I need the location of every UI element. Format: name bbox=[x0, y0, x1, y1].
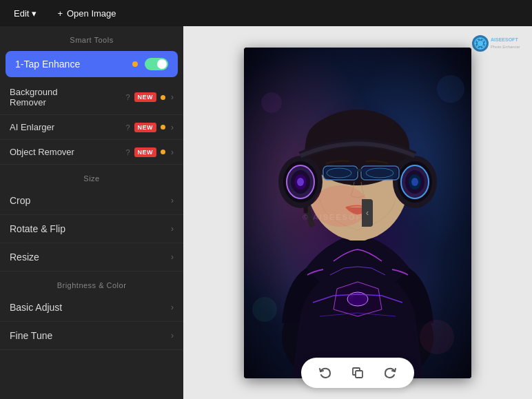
object-remover-label: Object Remover bbox=[10, 147, 125, 157]
svg-rect-43 bbox=[362, 167, 398, 178]
basic-adjust-label: Basic Adjust bbox=[10, 302, 171, 313]
open-image-button[interactable]: + Open Image bbox=[50, 6, 123, 21]
ai-enlarger-dot bbox=[161, 125, 165, 130]
fine-tune-item[interactable]: Fine Tune › bbox=[0, 322, 183, 350]
svg-point-47 bbox=[261, 92, 282, 113]
svg-point-48 bbox=[437, 75, 464, 103]
svg-point-49 bbox=[420, 320, 454, 354]
enhance-toggle[interactable] bbox=[145, 58, 168, 70]
edit-menu[interactable]: Edit ▾ bbox=[8, 6, 42, 21]
svg-point-8 bbox=[480, 48, 482, 50]
fine-tune-chevron: › bbox=[171, 331, 174, 340]
svg-text:Photo Enhancer: Photo Enhancer bbox=[491, 45, 520, 49]
ai-enlarger-label: AI Enlarger bbox=[10, 122, 125, 132]
one-tap-enhance-item[interactable]: 1-Tap Enhance bbox=[6, 51, 178, 77]
crop-label: Crop bbox=[10, 195, 171, 206]
basic-adjust-chevron: › bbox=[171, 303, 174, 312]
rotate-flip-item[interactable]: Rotate & Flip › bbox=[0, 215, 183, 243]
crop-chevron: › bbox=[171, 196, 174, 205]
basic-adjust-item[interactable]: Basic Adjust › bbox=[0, 294, 183, 322]
svg-point-36 bbox=[411, 178, 418, 186]
main-image: © AISEESOFT bbox=[244, 48, 471, 378]
svg-point-2 bbox=[478, 41, 483, 46]
bg-remover-chevron: › bbox=[171, 92, 174, 102]
bg-remover-label: BackgroundRemover bbox=[10, 87, 125, 108]
main-layout: Smart Tools 1-Tap Enhance BackgroundRemo… bbox=[0, 26, 532, 399]
svg-point-50 bbox=[252, 297, 277, 322]
undo-button[interactable] bbox=[315, 363, 334, 382]
topbar: Edit ▾ + Open Image bbox=[0, 0, 532, 26]
size-label: Size bbox=[0, 165, 183, 187]
bottom-toolbar bbox=[301, 358, 414, 388]
rotate-flip-label: Rotate & Flip bbox=[10, 223, 171, 234]
object-remover-help-icon[interactable]: ? bbox=[125, 148, 130, 156]
svg-point-4 bbox=[482, 40, 484, 42]
svg-point-6 bbox=[482, 45, 484, 48]
resize-label: Resize bbox=[10, 252, 171, 263]
object-remover-item[interactable]: Object Remover ? NEW › bbox=[0, 140, 183, 165]
svg-text:© AISEESOFT: © AISEESOFT bbox=[303, 213, 368, 221]
svg-rect-45 bbox=[356, 169, 362, 172]
rotate-flip-chevron: › bbox=[171, 224, 174, 234]
sidebar-collapse-button[interactable]: ‹ bbox=[362, 199, 373, 227]
fine-tune-label: Fine Tune bbox=[10, 330, 171, 341]
ai-enlarger-new-badge: NEW bbox=[134, 123, 157, 132]
edit-label: Edit bbox=[14, 8, 29, 19]
brightness-color-label: Brightness & Color bbox=[0, 272, 183, 294]
ai-enlarger-item[interactable]: AI Enlarger ? NEW › bbox=[0, 115, 183, 140]
svg-point-29 bbox=[297, 178, 304, 186]
resize-item[interactable]: Resize › bbox=[0, 243, 183, 272]
svg-point-3 bbox=[477, 40, 479, 42]
smart-tools-label: Smart Tools bbox=[0, 26, 183, 48]
edit-chevron: ▾ bbox=[32, 8, 37, 19]
svg-point-5 bbox=[477, 45, 479, 48]
enhance-label: 1-Tap Enhance bbox=[15, 59, 132, 70]
ai-enlarger-help-icon[interactable]: ? bbox=[125, 123, 130, 132]
object-remover-chevron: › bbox=[171, 147, 174, 157]
open-plus-icon: + bbox=[57, 8, 63, 19]
svg-text:AISEESOFT: AISEESOFT bbox=[491, 37, 518, 42]
svg-point-7 bbox=[480, 38, 482, 40]
svg-rect-52 bbox=[356, 371, 362, 378]
enhance-dot bbox=[132, 61, 138, 67]
redo-button[interactable] bbox=[381, 363, 400, 382]
copy-button[interactable] bbox=[348, 363, 367, 382]
bg-remover-item[interactable]: BackgroundRemover ? NEW › bbox=[0, 80, 183, 115]
open-image-label: Open Image bbox=[67, 8, 116, 19]
bg-remover-new-badge: NEW bbox=[134, 92, 157, 102]
svg-point-9 bbox=[475, 43, 477, 45]
svg-point-10 bbox=[484, 43, 487, 45]
bg-remover-dot bbox=[161, 95, 165, 100]
object-remover-new-badge: NEW bbox=[134, 147, 157, 157]
sidebar: Smart Tools 1-Tap Enhance BackgroundRemo… bbox=[0, 26, 183, 399]
object-remover-dot bbox=[161, 150, 165, 154]
bg-remover-help-icon[interactable]: ? bbox=[125, 93, 130, 101]
resize-chevron: › bbox=[171, 252, 174, 262]
crop-item[interactable]: Crop › bbox=[0, 187, 183, 215]
logo-watermark: AISEESOFT Photo Enhancer bbox=[470, 33, 525, 54]
ai-enlarger-chevron: › bbox=[171, 123, 174, 132]
canvas-area: AISEESOFT Photo Enhancer bbox=[183, 26, 532, 399]
